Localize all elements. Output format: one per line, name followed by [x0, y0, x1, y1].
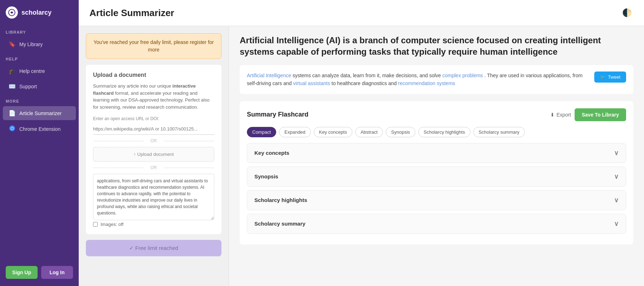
export-label: Export	[557, 112, 571, 118]
main-body: You've reached your free daily limit, pl…	[79, 26, 644, 286]
tweet-button[interactable]: 🐦 Tweet	[594, 72, 626, 83]
article-title: Artificial Intelligence (AI) is a branch…	[240, 35, 633, 58]
upload-description: Summarize any article into our unique in…	[93, 83, 214, 110]
main-header: Article Summarizer 🌓	[79, 0, 644, 26]
tab-key-concepts[interactable]: Key concepts	[314, 127, 352, 137]
sidebar-item-label: Article Summarizer	[19, 110, 62, 116]
accordion-key-concepts-header[interactable]: Key concepts ∨	[247, 143, 626, 163]
accordion-key-concepts-label: Key concepts	[254, 150, 289, 156]
summary-box: Artificial Intelligence systems can anal…	[240, 65, 633, 94]
sidebar-item-label: Chrome Extension	[19, 126, 60, 132]
signup-button[interactable]: Sign Up	[6, 266, 38, 279]
tab-scholarcy-summary[interactable]: Scholarcy summary	[473, 127, 525, 137]
sidebar-item-my-library[interactable]: 🔖 My Library	[3, 37, 76, 51]
accordion-scholarcy-summary-header[interactable]: Scholarcy summary ∨	[247, 214, 626, 233]
accordion-scholarcy-highlights: Scholarcy highlights ∨	[247, 190, 626, 210]
or-divider-2: OR	[93, 165, 214, 170]
main-content: Article Summarizer 🌓 You've reached your…	[79, 0, 644, 286]
accordion-synopsis: Synopsis ∨	[247, 167, 626, 187]
url-label: Enter an open access URL or DOI:	[93, 116, 214, 121]
recommendation-systems-link[interactable]: recommendation systems	[398, 80, 455, 86]
chevron-down-icon: ∨	[614, 196, 619, 204]
sidebar-item-chrome-extension[interactable]: Chrome Extension	[3, 122, 76, 137]
accordion-key-concepts: Key concepts ∨	[247, 143, 626, 163]
svg-point-3	[11, 127, 13, 129]
summary-text: Artificial Intelligence systems can anal…	[247, 72, 589, 88]
twitter-bird-icon: 🐦	[600, 74, 606, 80]
sidebar-item-help-centre[interactable]: 🎓 Help centre	[3, 64, 76, 78]
accordion-scholarcy-summary-label: Scholarcy summary	[254, 221, 306, 227]
or-divider-1: OR	[93, 138, 214, 143]
logo-text: scholarcy	[21, 9, 52, 16]
chevron-down-icon: ∨	[614, 173, 619, 181]
chrome-icon	[9, 125, 16, 133]
upload-title: Upload a document	[93, 72, 214, 78]
accordion-scholarcy-summary: Scholarcy summary ∨	[247, 214, 626, 234]
images-checkbox[interactable]	[93, 222, 98, 227]
alert-banner: You've reached your free daily limit, pl…	[86, 33, 221, 59]
flashcard-section: Summary Flashcard ⬇ Export Save To Libra…	[240, 101, 633, 245]
tab-expanded[interactable]: Expanded	[279, 127, 311, 137]
tab-scholarcy-highlights[interactable]: Scholarcy highlights	[418, 127, 470, 137]
sidebar-item-article-summarizer[interactable]: 📄 Article Summarizer	[3, 106, 76, 120]
mail-icon: ✉️	[9, 83, 16, 90]
flashcard-header: Summary Flashcard ⬇ Export Save To Libra…	[247, 108, 626, 121]
tab-compact[interactable]: Compact	[247, 127, 276, 137]
url-input[interactable]	[93, 123, 214, 135]
upload-section: Upload a document Summarize any article …	[86, 65, 221, 234]
flashcard-actions: ⬇ Export Save To Library	[550, 108, 626, 121]
document-icon: 📄	[9, 110, 16, 117]
free-limit-button: ✓ Free limit reached	[86, 240, 221, 256]
sidebar-item-label: Help centre	[19, 68, 45, 74]
theme-icon: 🌓	[622, 8, 632, 18]
logo-icon	[6, 6, 18, 19]
accordion-synopsis-label: Synopsis	[254, 173, 278, 179]
library-section-label: LIBRARY	[0, 25, 79, 36]
sidebar: scholarcy LIBRARY 🔖 My Library HELP 🎓 He…	[0, 0, 79, 286]
right-panel: Artificial Intelligence (AI) is a branch…	[229, 26, 644, 286]
accordion-scholarcy-highlights-header[interactable]: Scholarcy highlights ∨	[247, 191, 626, 210]
accordion-synopsis-header[interactable]: Synopsis ∨	[247, 167, 626, 186]
login-button[interactable]: Log In	[41, 266, 73, 279]
ai-link[interactable]: Artificial Intelligence	[247, 73, 291, 78]
theme-toggle-button[interactable]: 🌓	[620, 6, 633, 19]
complex-problems-link[interactable]: complex problems	[442, 73, 483, 78]
tweet-label: Tweet	[608, 74, 620, 80]
sidebar-item-label: Support	[19, 84, 37, 89]
export-button[interactable]: ⬇ Export	[550, 112, 571, 118]
accordion-scholarcy-highlights-label: Scholarcy highlights	[254, 197, 307, 203]
free-limit-label: ✓ Free limit reached	[129, 245, 178, 251]
sidebar-item-support[interactable]: ✉️ Support	[3, 79, 76, 93]
sidebar-auth-buttons: Sign Up Log In	[0, 266, 79, 279]
summary-text-1: systems can analyze data, learn from it,…	[293, 73, 443, 78]
upload-document-button[interactable]: ↑ Upload document	[93, 147, 214, 162]
paste-area[interactable]: applications, from self-driving cars and…	[93, 174, 214, 220]
images-label: Images: off	[101, 222, 123, 227]
chevron-down-icon: ∨	[614, 220, 619, 228]
sidebar-item-label: My Library	[19, 41, 43, 47]
chevron-down-icon: ∨	[614, 149, 619, 157]
flashcard-title: Summary Flashcard	[247, 111, 308, 118]
page-title: Article Summarizer	[89, 8, 174, 19]
download-icon: ⬇	[550, 112, 555, 118]
images-checkbox-row: Images: off	[93, 222, 214, 227]
tabs-row: Compact Expanded Key concepts Abstract S…	[247, 127, 626, 137]
bookmark-icon: 🔖	[9, 41, 16, 48]
left-panel: You've reached your free daily limit, pl…	[79, 26, 229, 286]
help-section-label: HELP	[0, 52, 79, 63]
summary-text-3: to healthcare diagnostics and	[332, 80, 398, 86]
app-logo: scholarcy	[0, 0, 79, 25]
more-section-label: MORE	[0, 94, 79, 105]
save-to-library-button[interactable]: Save To Library	[575, 108, 626, 121]
virtual-assistants-link[interactable]: virtual assistants	[293, 80, 330, 86]
tab-synopsis[interactable]: Synopsis	[386, 127, 415, 137]
tab-abstract[interactable]: Abstract	[355, 127, 383, 137]
graduation-icon: 🎓	[9, 68, 16, 74]
